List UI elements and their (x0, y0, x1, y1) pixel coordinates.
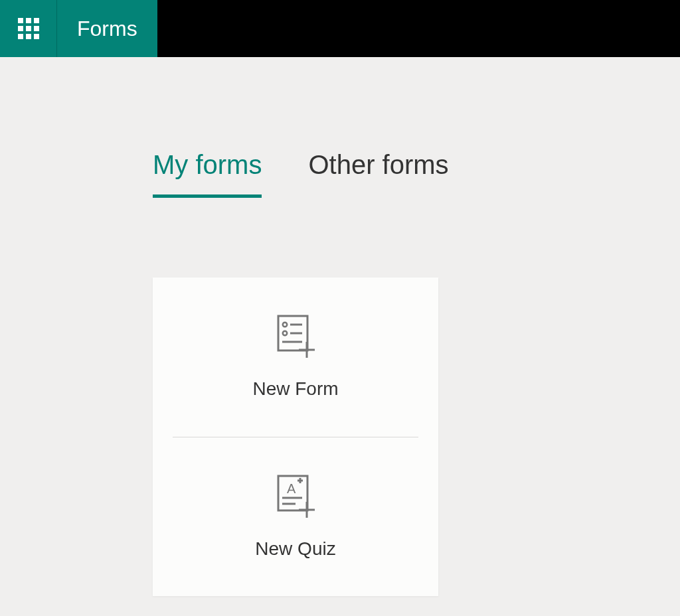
waffle-icon (18, 18, 39, 39)
svg-point-3 (283, 331, 287, 335)
new-quiz-icon: A (276, 475, 315, 518)
create-card: New Form A New Quiz (153, 277, 438, 596)
new-quiz-button[interactable]: A New Quiz (173, 437, 418, 596)
tab-bar: My forms Other forms (153, 150, 680, 198)
svg-point-1 (283, 323, 287, 327)
app-title-button[interactable]: Forms (57, 0, 157, 57)
new-quiz-label: New Quiz (255, 538, 335, 560)
new-form-label: New Form (252, 378, 338, 400)
new-form-button[interactable]: New Form (153, 277, 438, 437)
new-form-icon (276, 315, 315, 358)
tab-other-forms[interactable]: Other forms (308, 150, 448, 198)
app-title: Forms (77, 17, 137, 41)
app-launcher-button[interactable] (0, 0, 57, 57)
tab-my-forms[interactable]: My forms (153, 150, 262, 198)
main-content: My forms Other forms New Form (0, 57, 680, 596)
svg-text:A: A (287, 481, 296, 496)
header-bar: Forms (0, 0, 680, 57)
